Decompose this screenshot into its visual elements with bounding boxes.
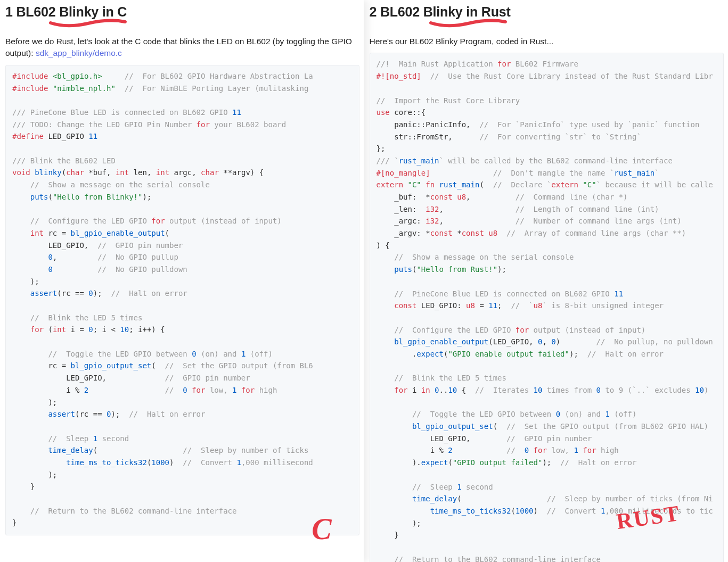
heading-rust: 2 BL602 Blinky in Rust [370, 4, 724, 20]
source-link-c[interactable]: sdk_app_blinky/demo.c [36, 48, 122, 57]
column-c: 1 BL602 Blinky in C Before we do Rust, l… [0, 0, 364, 562]
two-column-layout: 1 BL602 Blinky in C Before we do Rust, l… [0, 0, 728, 562]
underline-squiggle-icon [48, 18, 128, 29]
column-rust: 2 BL602 Blinky in Rust Here's our BL602 … [364, 0, 729, 562]
underline-squiggle-icon [428, 18, 508, 29]
intro-c: Before we do Rust, let's look at the C c… [5, 36, 359, 60]
code-rust: //! Main Rust Application for BL602 Firm… [377, 59, 717, 562]
code-block-rust: //! Main Rust Application for BL602 Firm… [370, 53, 724, 562]
code-c: #include <bl_gpio.h> // For BL602 GPIO H… [12, 71, 353, 530]
intro-rust: Here's our BL602 Blinky Program, coded i… [370, 36, 724, 47]
code-block-c: #include <bl_gpio.h> // For BL602 GPIO H… [5, 65, 359, 535]
